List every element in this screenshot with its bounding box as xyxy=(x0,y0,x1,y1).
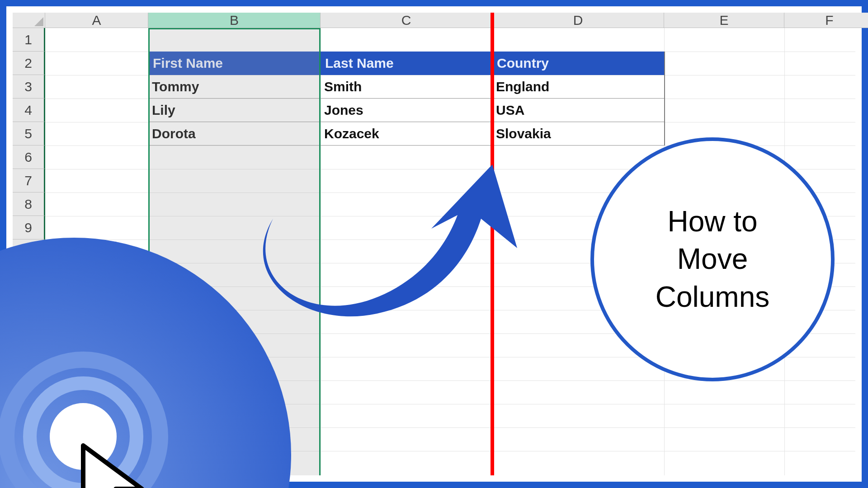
table-border-right xyxy=(664,52,665,145)
row-header-7[interactable]: 7 xyxy=(13,169,45,192)
row-header-1[interactable]: 1 xyxy=(13,28,45,52)
row-header-5[interactable]: 5 xyxy=(13,122,45,145)
row-header-2[interactable]: 2 xyxy=(13,52,45,75)
title-line-1: How to xyxy=(667,205,757,238)
col-header-b[interactable]: B xyxy=(148,13,321,28)
gridline-h xyxy=(45,451,855,451)
title-badge-text: How to Move Columns xyxy=(656,203,770,316)
table-header-country[interactable]: Country xyxy=(492,52,664,75)
cell-d4[interactable]: USA xyxy=(492,99,664,122)
column-header-row: A B C D E F xyxy=(13,13,855,28)
title-badge: How to Move Columns xyxy=(590,137,835,381)
title-line-3: Columns xyxy=(656,281,770,313)
cell-b4[interactable]: Lily xyxy=(148,99,321,122)
cell-b5[interactable]: Dorota xyxy=(148,122,321,145)
cell-d3[interactable]: England xyxy=(492,75,664,99)
col-header-e[interactable]: E xyxy=(664,13,784,28)
cell-d5[interactable]: Slovakia xyxy=(492,122,664,145)
cell-b3[interactable]: Tommy xyxy=(148,75,321,99)
col-header-a[interactable]: A xyxy=(45,13,148,28)
row-header-8[interactable]: 8 xyxy=(13,192,45,216)
col-header-c[interactable]: C xyxy=(321,13,492,28)
row-header-3[interactable]: 3 xyxy=(13,75,45,99)
title-line-2: Move xyxy=(677,243,748,275)
row-header-6[interactable]: 6 xyxy=(13,145,45,169)
col-header-f[interactable]: F xyxy=(784,13,868,28)
gridline-h xyxy=(45,427,855,428)
row-header-9[interactable]: 9 xyxy=(13,216,45,239)
thumbnail-frame: A B C D E F 1 2 3 4 5 6 7 8 9 10 xyxy=(0,0,868,488)
row-header-10[interactable]: 10 xyxy=(13,239,45,263)
gridline-h xyxy=(45,380,855,381)
table-header-last-name[interactable]: Last Name xyxy=(321,52,492,75)
cell-c5[interactable]: Kozacek xyxy=(321,122,492,145)
row-header-4[interactable]: 4 xyxy=(13,99,45,122)
gridline-h xyxy=(45,404,855,404)
column-insertion-indicator xyxy=(491,13,494,475)
cell-c4[interactable]: Jones xyxy=(321,99,492,122)
col-header-d[interactable]: D xyxy=(492,13,664,28)
cell-c3[interactable]: Smith xyxy=(321,75,492,99)
table-header-first-name[interactable]: First Name xyxy=(148,52,321,75)
